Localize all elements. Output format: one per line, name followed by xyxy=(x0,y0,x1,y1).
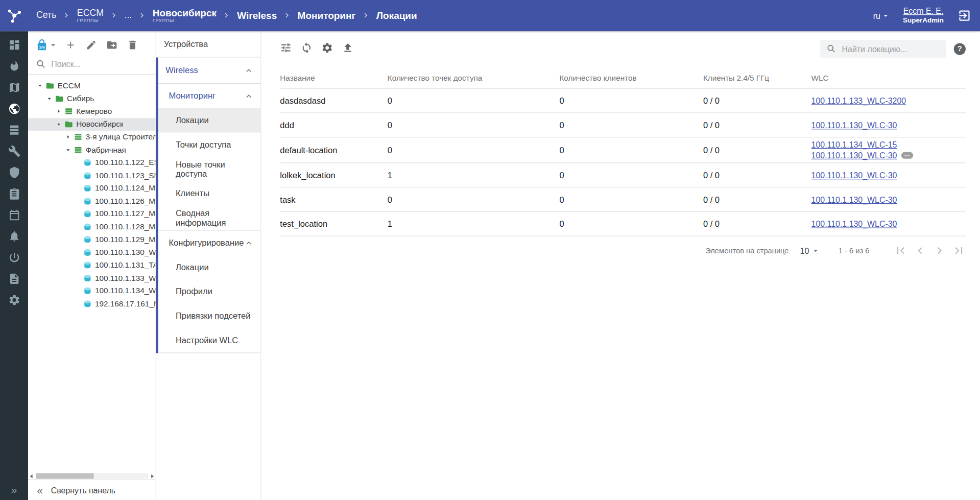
tree-node-device[interactable]: 100.110.1.127_MES53 xyxy=(28,207,156,220)
breadcrumb-item[interactable]: ECCMгруппы xyxy=(77,8,104,23)
menu-item-wlc-settings[interactable]: Настройки WLC xyxy=(158,328,261,353)
filter-button[interactable] xyxy=(280,41,292,56)
tree-node-device[interactable]: 100.110.1.128_MES23 xyxy=(28,220,156,233)
nav-settings-button[interactable] xyxy=(0,290,28,311)
nav-dashboard-button[interactable] xyxy=(0,34,28,56)
breadcrumb-item[interactable]: Сеть xyxy=(36,11,56,21)
tree-search-input[interactable] xyxy=(51,59,138,68)
tree-node-device[interactable]: 100.110.1.130_WLC-30 xyxy=(28,246,156,259)
help-button[interactable]: ? xyxy=(954,43,966,55)
tree-node-device[interactable]: 100.110.1.122_ESR-21 xyxy=(28,156,156,169)
tree-node-device[interactable]: 100.110.1.131_TAU-72 xyxy=(28,259,156,272)
tree-node-group[interactable]: Сибирь xyxy=(28,92,156,105)
nav-calendar-button[interactable] xyxy=(0,204,28,226)
scroll-right-arrow[interactable] xyxy=(148,473,156,479)
menu-item-subnet-bindings[interactable]: Привязки подсетей xyxy=(158,304,261,328)
menu-item-config-locations[interactable]: Локации xyxy=(158,255,261,279)
expand-arrow-icon[interactable] xyxy=(55,108,63,115)
nav-tools-button[interactable] xyxy=(0,140,28,162)
breadcrumb-item[interactable]: Wireless xyxy=(237,10,277,21)
delete-button[interactable] xyxy=(127,39,138,51)
cell-bands: 0 / 0 xyxy=(703,146,811,155)
table-row[interactable]: ddd000 / 0100.110.1.130_WLC-30 xyxy=(280,113,966,138)
lock-button[interactable]: 1m xyxy=(36,39,58,51)
menu-item-monitoring[interactable]: Мониторинг xyxy=(158,84,261,108)
collapse-arrow-icon[interactable] xyxy=(36,82,44,90)
tree-node-device[interactable]: 100.110.1.133_WLC-32 xyxy=(28,272,156,284)
menu-item-devices[interactable]: Устройства xyxy=(156,31,260,57)
move-to-group-button[interactable] xyxy=(106,39,117,51)
menu-item-clients[interactable]: Клиенты xyxy=(158,181,261,206)
scrollbar-track[interactable] xyxy=(36,473,148,479)
add-group-button[interactable] xyxy=(65,39,76,51)
scrollbar-thumb[interactable] xyxy=(36,473,94,479)
nav-notifications-button[interactable] xyxy=(0,226,28,247)
tree-node-device[interactable]: 100.110.1.126_MES23 xyxy=(28,195,156,207)
wlc-link[interactable]: 100.110.1.130_WLC-30 xyxy=(811,195,897,204)
more-wlc-button[interactable]: ••• xyxy=(901,152,913,158)
export-button[interactable] xyxy=(342,41,353,56)
wlc-link[interactable]: 100.110.1.130_WLC-30 xyxy=(811,219,897,228)
table-row[interactable]: task000 / 0100.110.1.130_WLC-30 xyxy=(280,187,966,212)
expand-arrow-icon[interactable] xyxy=(64,133,72,141)
tree-node-device[interactable]: 100.110.1.129_MES23 xyxy=(28,233,156,246)
logout-icon[interactable] xyxy=(958,9,971,22)
table-row[interactable]: dasdasdasd000 / 0100.110.1.133_WLC-3200 xyxy=(280,89,966,113)
menu-item-monitoring-locations[interactable]: Локации xyxy=(158,108,261,133)
tree-node-group[interactable]: Новосибирск xyxy=(28,118,156,131)
edit-button[interactable] xyxy=(86,39,97,51)
breadcrumb-item[interactable]: Локации xyxy=(376,10,417,21)
first-page-button[interactable] xyxy=(894,244,907,257)
nav-availability-button[interactable] xyxy=(0,247,28,268)
tree-node-group[interactable]: ECCM xyxy=(28,79,156,92)
horizontal-scrollbar[interactable] xyxy=(28,472,156,479)
menu-item-profiles[interactable]: Профили xyxy=(158,279,261,304)
scroll-left-arrow[interactable] xyxy=(28,473,36,479)
last-page-button[interactable] xyxy=(952,244,966,257)
tree-node-device[interactable]: 100.110.1.123_SMG-2 xyxy=(28,169,156,182)
wlc-link[interactable]: 100.110.1.130_WLC-30 xyxy=(811,171,897,180)
collapse-arrow-icon[interactable] xyxy=(64,146,72,154)
location-search-input[interactable] xyxy=(842,44,940,53)
tree-node-group[interactable]: Кемерово xyxy=(28,105,156,118)
nav-tasks-button[interactable] xyxy=(0,183,28,205)
collapse-arrow-icon[interactable] xyxy=(45,95,53,103)
breadcrumb-ellipsis[interactable]: ... xyxy=(124,11,132,21)
tree-node-device[interactable]: 100.110.1.124_MES23 xyxy=(28,182,156,195)
wlc-link[interactable]: 100.110.1.130_WLC-30 xyxy=(811,151,897,160)
table-row[interactable]: test_location100 / 0100.110.1.130_WLC-30 xyxy=(280,212,966,236)
menu-item-wireless[interactable]: Wireless xyxy=(158,58,261,83)
nav-security-button[interactable] xyxy=(0,162,28,183)
collapse-arrow-icon[interactable] xyxy=(55,121,63,128)
tree-node-group[interactable]: Фабричная xyxy=(28,144,156,156)
breadcrumb-item[interactable]: Новосибирскгруппы xyxy=(153,8,217,23)
previous-page-button[interactable] xyxy=(913,244,927,257)
nav-maps-button[interactable] xyxy=(0,77,28,99)
tree-node-device[interactable]: 100.110.1.134_WLC-15 xyxy=(28,284,156,297)
menu-item-summary[interactable]: Сводная информация xyxy=(158,206,261,230)
wlc-link[interactable]: 100.110.1.130_WLC-30 xyxy=(811,121,897,130)
tree-node-device[interactable]: 192.168.17.161_MES5 xyxy=(28,297,156,310)
language-selector[interactable]: ru xyxy=(873,11,891,21)
nav-alarms-button[interactable] xyxy=(0,56,28,77)
nav-network-button[interactable] xyxy=(0,98,28,120)
collapse-panel-button[interactable]: « Свернуть панель xyxy=(28,480,156,500)
menu-item-configuration[interactable]: Конфигурирование xyxy=(158,231,261,255)
expand-rail-button[interactable]: » xyxy=(0,484,28,496)
menu-item-access-points[interactable]: Точки доступа xyxy=(158,132,261,157)
wlc-link[interactable]: 100.110.1.134_WLC-15 xyxy=(811,140,897,149)
table-row[interactable]: lolkek_location100 / 0100.110.1.130_WLC-… xyxy=(280,163,966,187)
table-row[interactable]: default-location000 / 0100.110.1.134_WLC… xyxy=(280,137,966,163)
wlc-link[interactable]: 100.110.1.133_WLC-3200 xyxy=(811,96,906,105)
breadcrumb-item[interactable]: Мониторинг xyxy=(298,10,356,21)
nav-devices-button[interactable] xyxy=(0,120,28,141)
tree-node-group[interactable]: 3-я улица Строителей xyxy=(28,131,156,144)
menu-item-new-access-points[interactable]: Новые точки доступа xyxy=(158,157,261,181)
nav-logs-button[interactable] xyxy=(0,268,28,290)
refresh-button[interactable] xyxy=(301,41,313,56)
next-page-button[interactable] xyxy=(933,244,946,257)
user-menu[interactable]: Eccm E. E. SuperAdmin xyxy=(903,6,944,25)
app-logo[interactable] xyxy=(0,8,28,24)
table-settings-button[interactable] xyxy=(321,41,333,56)
items-per-page-select[interactable]: 10 xyxy=(800,246,821,256)
